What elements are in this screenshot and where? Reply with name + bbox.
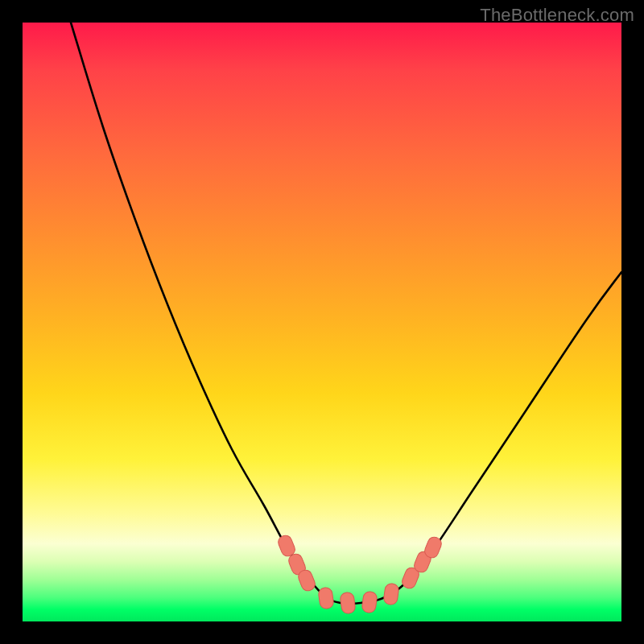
bottleneck-curve bbox=[71, 23, 621, 604]
curve-layer bbox=[23, 23, 621, 621]
curve-marker bbox=[318, 587, 334, 609]
curve-marker bbox=[383, 583, 399, 605]
curve-marker bbox=[340, 592, 356, 614]
chart-frame: TheBottleneck.com bbox=[0, 0, 644, 644]
curve-marker bbox=[361, 591, 378, 613]
plot-area bbox=[23, 23, 621, 621]
